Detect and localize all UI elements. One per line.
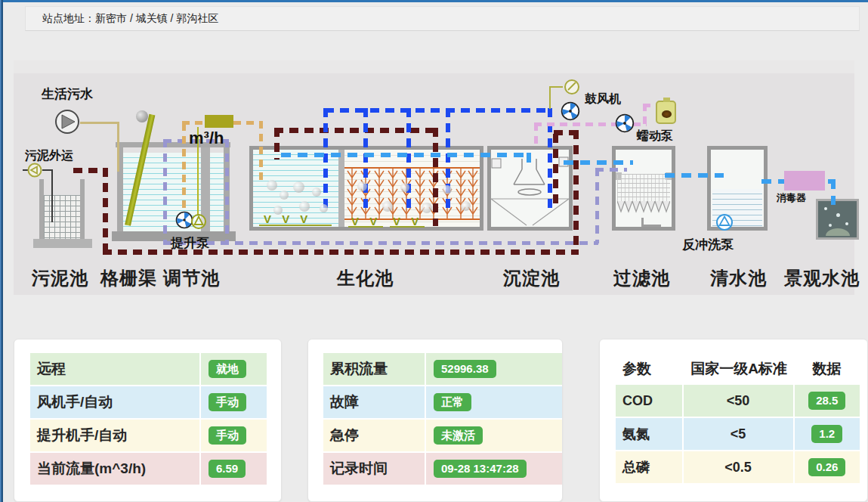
filter-drain-pipe [641, 225, 661, 227]
filter-tank [612, 146, 675, 231]
bubble [312, 187, 321, 197]
landscape-pool [816, 199, 859, 240]
remote-mode-badge[interactable]: 就地 [209, 360, 246, 379]
sludge-recycle-pipe [433, 128, 438, 226]
row-value-cell: 就地 [201, 353, 267, 385]
dosing-reservoir [656, 101, 676, 124]
diffuser-icons: V V [351, 215, 381, 227]
influent-pump-icon [54, 109, 80, 135]
top-accent-line [0, 0, 868, 2]
main-flow-pipe [527, 153, 531, 169]
bubble [280, 191, 289, 200]
total-flow-badge: 52996.38 [434, 360, 496, 379]
table-row: 远程 就地 [30, 353, 267, 386]
lift-pump-icon [190, 213, 207, 230]
param-standard: <50 [684, 385, 795, 417]
param-standard: <5 [684, 418, 795, 450]
row-label: 故障 [323, 386, 426, 418]
row-label: 记录时间 [323, 453, 426, 485]
reservoir-handle [663, 98, 670, 102]
estop-status-badge: 未激活 [434, 426, 483, 445]
table-row: COD <50 28.5 [616, 385, 860, 418]
peristaltic-pump-label: 蠕动泵 [637, 129, 673, 144]
sludge-out-line [51, 169, 53, 222]
quality-panel-card: 参数 国家一级A标准 数据 COD <50 28.5 氨氮 <5 1.2 总磷 … [599, 339, 868, 502]
blower-fan-icon [615, 113, 635, 133]
main-flow-pipe [564, 160, 633, 165]
process-flow-diagram: V V V V V V V [14, 60, 854, 295]
bubble [400, 183, 409, 192]
row-value-cell: 6.59 [201, 453, 267, 485]
status-table: 累积流量 52996.38 故障 正常 急停 未激活 记录时间 09-28 13… [323, 353, 562, 486]
table-row: 故障 正常 [323, 386, 562, 420]
bubble [357, 181, 367, 191]
control-panel-card: 远程 就地 风机手/自动 手动 提升机手/自动 手动 当前流量(m^3/h) 6… [14, 339, 282, 502]
blower-fan-icon [561, 101, 580, 121]
param-value-cell: 1.2 [795, 425, 860, 444]
bubble-dot [845, 222, 848, 225]
record-time-badge: 09-28 13:47:28 [434, 460, 527, 479]
param-standard: <0.5 [684, 451, 795, 483]
lift-pump-label: 提升泵 [171, 234, 209, 252]
diffuser-platform [390, 226, 425, 228]
sludge-out-valve-icon [27, 163, 42, 178]
blower-label: 鼓风机 [585, 91, 621, 107]
bubble-dot [829, 224, 832, 227]
aeration-drop-pipe [323, 108, 328, 214]
table-row: 提升机手/自动 手动 [30, 420, 267, 453]
table-row: 氨氮 <5 1.2 [616, 418, 860, 451]
main-flow-pipe [831, 179, 836, 205]
sewage-in-label: 生活污水 [42, 85, 93, 103]
bubble [461, 201, 471, 211]
influent-pipe [80, 122, 119, 124]
table-row: 急停 未激活 [323, 420, 562, 453]
table-row: 当前流量(m^3/h) 6.59 [30, 453, 267, 486]
filter-media [617, 174, 670, 201]
bubble [293, 181, 304, 193]
row-label: 累积流量 [323, 353, 426, 385]
bubble [443, 185, 452, 194]
param-name: COD [616, 385, 684, 417]
quality-table: 参数 国家一级A标准 数据 COD <50 28.5 氨氮 <5 1.2 总磷 … [616, 353, 860, 485]
control-table: 远程 就地 风机手/自动 手动 提升机手/自动 手动 当前流量(m^3/h) 6… [30, 353, 267, 486]
aeration-manifold-pipe [325, 108, 550, 113]
main-flow-pipe [281, 153, 530, 157]
param-name: 氨氮 [616, 418, 684, 450]
biochem-divider-wall [338, 150, 344, 227]
row-value-cell: 手动 [201, 420, 267, 451]
fan-mode-badge[interactable]: 手动 [209, 393, 246, 412]
lift-mode-badge[interactable]: 手动 [209, 426, 246, 445]
table-row: 累积流量 52996.38 [323, 353, 562, 386]
blower-valve-icon [564, 79, 580, 95]
param-value-cell: 28.5 [795, 392, 860, 411]
aeration-drop-pipe [446, 108, 450, 214]
bubble-dot [824, 207, 827, 210]
sludge-tank-wall [80, 179, 85, 241]
backwash-pump-label: 反冲洗泵 [682, 236, 734, 253]
aeration-drop-pipe [406, 108, 411, 214]
bubble [299, 201, 310, 212]
left-accent-strip [0, 0, 3, 502]
param-value-cell: 0.26 [795, 458, 860, 477]
column-header: 参数 [616, 359, 684, 379]
pool-label-sludge: 污泥池 [32, 266, 88, 290]
row-label: 急停 [323, 420, 426, 451]
backwash-pump-icon [715, 213, 734, 231]
bubble [422, 203, 432, 213]
row-value-cell: 09-28 13:47:28 [426, 453, 562, 485]
row-label: 提升机手/自动 [30, 420, 201, 451]
sludge-return-pipe [573, 130, 579, 255]
row-value-cell: 手动 [201, 386, 267, 418]
blower-valve-line [549, 86, 563, 88]
current-flow-badge: 6.59 [209, 460, 246, 479]
cod-value-badge: 28.5 [808, 392, 845, 411]
table-row: 风机手/自动 手动 [30, 386, 267, 420]
row-value-cell: 未激活 [426, 420, 562, 451]
sludge-recycle-pipe [274, 128, 280, 160]
pool-mound [826, 228, 850, 236]
row-label: 远程 [30, 353, 201, 385]
bubble-dot [836, 213, 840, 217]
sludge-return-pipe [553, 134, 558, 206]
lift-discharge-pipe [182, 123, 186, 222]
row-value-cell: 正常 [426, 386, 562, 418]
